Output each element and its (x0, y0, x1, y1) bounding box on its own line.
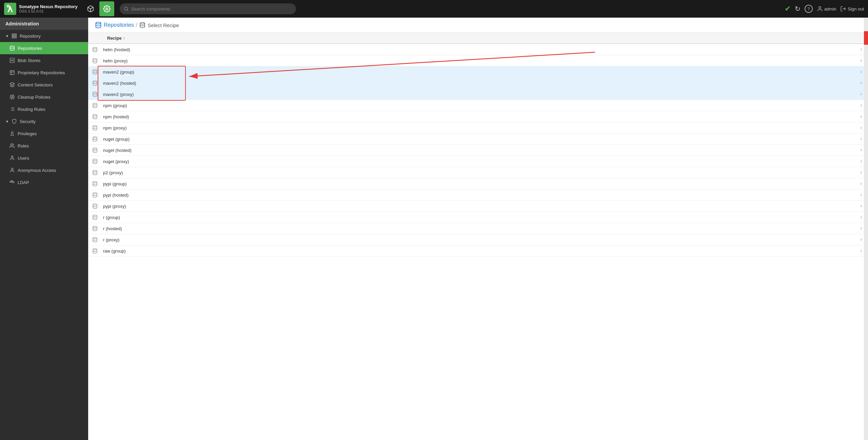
row-recipe-label: npm (hosted) (102, 114, 854, 119)
ldap-icon (9, 180, 15, 185)
row-recipe-label: r (group) (102, 215, 854, 220)
breadcrumb-parent[interactable]: Repositories (104, 22, 134, 28)
row-db-icon (88, 103, 102, 108)
sidebar-item-users[interactable]: Users (0, 152, 88, 164)
table-row[interactable]: nuget (hosted) (88, 145, 868, 156)
svg-point-29 (11, 168, 13, 170)
admin-label: admin (824, 6, 836, 12)
sidebar-section-security[interactable]: ▼ Security (0, 115, 88, 127)
signout-label: Sign out (848, 6, 864, 12)
table-row[interactable]: nuget (proxy) (88, 156, 868, 167)
table-row[interactable]: r (group) (88, 212, 868, 223)
breadcrumb-separator: / (136, 22, 137, 28)
table-row[interactable]: npm (proxy) (88, 122, 868, 134)
table-row[interactable]: pypi (proxy) (88, 201, 868, 212)
chevron-down-icon: ▼ (5, 34, 9, 38)
svg-point-7 (819, 6, 821, 8)
row-db-icon (88, 58, 102, 63)
sort-indicator: ↑ (123, 36, 125, 41)
row-db-icon (88, 226, 102, 231)
table-row[interactable]: r (hosted) (88, 223, 868, 234)
scrollbar-thumb[interactable] (864, 31, 868, 45)
search-input[interactable] (131, 6, 292, 12)
row-recipe-label: r (proxy) (102, 237, 854, 242)
row-recipe-label: r (hosted) (102, 226, 854, 231)
admin-user-menu[interactable]: admin (817, 6, 836, 12)
anonymous-icon (9, 167, 15, 173)
svg-rect-31 (11, 181, 13, 182)
svg-point-5 (124, 7, 127, 10)
sidebar-item-proprietary-repos[interactable]: Proprietary Repositories (0, 66, 88, 79)
repository-section-label: Repository (20, 34, 41, 39)
svg-point-27 (11, 144, 12, 145)
content-selectors-icon (9, 82, 15, 87)
row-recipe-label: p2 (proxy) (102, 170, 854, 175)
breadcrumb-repositories-icon (95, 22, 102, 28)
recipe-column-header[interactable]: Recipe ↑ (102, 36, 854, 41)
breadcrumb-current: Select Recipe (139, 22, 179, 28)
table-row[interactable]: npm (group) (88, 100, 868, 111)
app-name: Sonatype Nexus Repository (19, 4, 78, 9)
svg-rect-32 (13, 182, 14, 183)
row-recipe-label: pypi (group) (102, 181, 854, 186)
signout-icon (840, 6, 846, 12)
svg-point-36 (93, 58, 97, 60)
svg-point-50 (93, 215, 97, 216)
sidebar-item-content-selectors[interactable]: Content Selectors (0, 79, 88, 91)
sidebar-item-repositories[interactable]: Repositories (0, 42, 88, 54)
gear-icon (103, 5, 111, 13)
sidebar-item-anonymous-access[interactable]: Anonymous Access (0, 164, 88, 176)
svg-point-47 (93, 181, 97, 183)
row-db-icon (88, 181, 102, 186)
scrollbar-track[interactable] (864, 18, 868, 440)
svg-rect-10 (12, 36, 16, 37)
row-db-icon (88, 203, 102, 209)
table-row[interactable]: helm (hosted) (88, 44, 868, 55)
row-db-icon (88, 215, 102, 220)
table-row[interactable]: maven2 (group) (88, 66, 868, 78)
status-check-icon: ✔ (785, 4, 791, 13)
sidebar-item-routing-rules[interactable]: Routing Rules (0, 103, 88, 115)
table-row[interactable]: maven2 (hosted) (88, 78, 868, 89)
table-row[interactable]: r (proxy) (88, 234, 868, 245)
sidebar-item-blob-stores[interactable]: Blob Stores (0, 54, 88, 66)
table-row[interactable]: helm (proxy) (88, 55, 868, 66)
svg-point-38 (93, 81, 97, 82)
sidebar-item-roles[interactable]: Roles (0, 140, 88, 152)
svg-point-37 (93, 69, 97, 71)
svg-point-41 (93, 114, 97, 116)
svg-point-52 (93, 237, 97, 239)
sidebar-item-privileges[interactable]: Privileges (0, 127, 88, 140)
table-row[interactable]: pypi (hosted) (88, 189, 868, 201)
repository-section-icon (12, 33, 17, 39)
table-row[interactable]: p2 (proxy) (88, 167, 868, 178)
refresh-icon[interactable]: ↻ (795, 5, 801, 13)
svg-point-12 (10, 46, 14, 47)
table-row[interactable]: nuget (group) (88, 134, 868, 145)
table-row[interactable]: npm (hosted) (88, 111, 868, 122)
table-row[interactable]: maven2 (proxy) (88, 89, 868, 100)
settings-button[interactable] (99, 1, 114, 16)
table-row[interactable]: pypi (group) (88, 178, 868, 189)
sidebar-title: Administration (0, 18, 88, 30)
row-db-icon (88, 47, 102, 52)
browse-button[interactable] (83, 1, 98, 16)
table-row[interactable]: raw (group) (88, 245, 868, 257)
svg-point-49 (93, 204, 97, 205)
row-recipe-label: npm (proxy) (102, 125, 854, 131)
signout-button[interactable]: Sign out (840, 6, 864, 12)
help-icon[interactable]: ? (805, 5, 813, 13)
sidebar-item-ldap[interactable]: LDAP (0, 176, 88, 188)
sidebar-item-cleanup-policies[interactable]: Cleanup Policies (0, 91, 88, 103)
sidebar: Administration ▼ Repository Repositories… (0, 18, 88, 440)
search-bar[interactable] (120, 3, 296, 14)
anonymous-access-label: Anonymous Access (18, 168, 56, 173)
row-db-icon (88, 237, 102, 242)
svg-point-34 (140, 23, 145, 24)
svg-point-40 (93, 103, 97, 104)
privileges-label: Privileges (18, 131, 37, 136)
row-db-icon (88, 125, 102, 131)
breadcrumb-current-icon (139, 22, 145, 28)
sidebar-section-repository[interactable]: ▼ Repository (0, 30, 88, 42)
cleanup-policies-label: Cleanup Policies (18, 95, 51, 100)
